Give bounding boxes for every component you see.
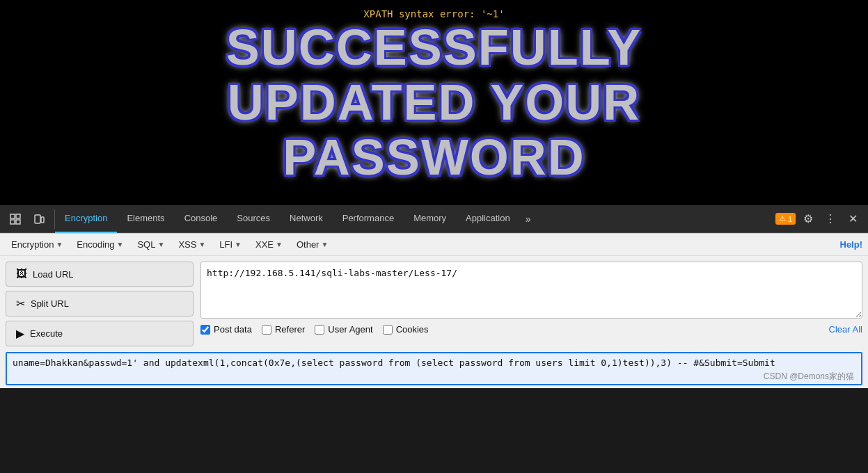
warning-count: 1 [788, 215, 792, 223]
watermark-text: CSDN @Demons家的猫 [764, 371, 854, 383]
tab-hackbar[interactable]: Encryption [55, 205, 117, 233]
split-url-label: Split URL [31, 298, 69, 309]
menu-lfi[interactable]: LFI ▼ [214, 236, 247, 252]
cookies-checkbox-label[interactable]: Cookies [383, 324, 429, 335]
more-options-icon[interactable]: ⋮ [821, 209, 840, 229]
svg-rect-2 [10, 220, 15, 224]
warning-icon: ⚠ [779, 214, 786, 223]
xpath-error-text: XPATH syntax error: '~1' [363, 8, 504, 19]
url-input[interactable] [200, 262, 862, 319]
success-message: SUCCESSFULLY UPDATED YOUR PASSWORD [212, 6, 656, 200]
menu-xss-label: XSS [178, 239, 196, 250]
tab-console[interactable]: Console [175, 205, 228, 233]
svg-rect-4 [35, 215, 40, 223]
hackbar-main: 🖼 Load URL ✂ Split URL ▶ Execute Post da… [0, 256, 868, 352]
svg-rect-1 [16, 214, 20, 218]
tab-network[interactable]: Network [280, 205, 333, 233]
hackbar-right: Post data Referer User Agent Cookies Cle… [200, 262, 862, 346]
split-url-button[interactable]: ✂ Split URL [6, 291, 194, 316]
tab-performance[interactable]: Performance [333, 205, 404, 233]
tab-elements[interactable]: Elements [117, 205, 174, 233]
user-agent-checkbox-label[interactable]: User Agent [315, 324, 372, 335]
tab-application[interactable]: Application [456, 205, 520, 233]
devtools-left-icons [0, 209, 55, 229]
sql-arrow: ▼ [157, 241, 164, 248]
success-line3: PASSWORD [226, 130, 642, 185]
warning-badge[interactable]: ⚠ 1 [775, 213, 796, 225]
menu-other[interactable]: Other ▼ [291, 236, 333, 252]
tab-sources[interactable]: Sources [227, 205, 280, 233]
other-arrow: ▼ [321, 241, 328, 248]
load-url-label: Load URL [33, 269, 74, 280]
menu-sql-label: SQL [137, 239, 155, 250]
close-icon[interactable]: ✕ [843, 209, 862, 229]
success-line1: SUCCESSFULLY [226, 20, 642, 75]
inspect-icon[interactable] [6, 209, 25, 229]
encoding-arrow: ▼ [117, 241, 124, 248]
devtools-tabs: Encryption Elements Console Sources Netw… [55, 205, 770, 233]
referer-checkbox-label[interactable]: Referer [262, 324, 305, 335]
menu-xxe-label: XXE [255, 239, 274, 250]
clear-all-button[interactable]: Clear All [829, 324, 862, 335]
menu-xss[interactable]: XSS ▼ [173, 236, 211, 252]
encryption-arrow: ▼ [56, 241, 63, 248]
cookies-label: Cookies [396, 324, 429, 335]
main-page: XPATH syntax error: '~1' SUCCESSFULLY UP… [0, 0, 868, 205]
menu-sql[interactable]: SQL ▼ [132, 236, 170, 252]
tab-memory[interactable]: Memory [404, 205, 456, 233]
more-tabs-button[interactable]: » [520, 205, 537, 233]
svg-rect-5 [41, 217, 44, 223]
lfi-arrow: ▼ [235, 241, 242, 248]
user-agent-label: User Agent [328, 324, 372, 335]
device-icon[interactable] [29, 209, 49, 229]
menu-other-label: Other [297, 239, 319, 250]
menu-xxe[interactable]: XXE ▼ [250, 236, 288, 252]
referer-label: Referer [275, 324, 305, 335]
hackbar-panel: Encryption ▼ Encoding ▼ SQL ▼ XSS ▼ LFI … [0, 233, 868, 388]
post-data-label: Post data [214, 324, 252, 335]
load-url-icon: 🖼 [16, 268, 27, 280]
help-link[interactable]: Help! [840, 239, 863, 250]
post-data-input[interactable] [6, 352, 862, 385]
load-url-button[interactable]: 🖼 Load URL [6, 262, 194, 287]
referer-checkbox[interactable] [262, 325, 271, 335]
settings-icon[interactable]: ⚙ [798, 209, 818, 229]
success-line2: UPDATED YOUR [226, 75, 642, 130]
post-data-checkbox[interactable] [200, 325, 210, 335]
execute-label: Execute [30, 328, 63, 339]
hackbar-buttons: 🖼 Load URL ✂ Split URL ▶ Execute [6, 262, 194, 346]
svg-rect-0 [10, 214, 15, 218]
cookies-checkbox[interactable] [383, 325, 393, 335]
xxe-arrow: ▼ [276, 241, 283, 248]
hackbar-menu: Encryption ▼ Encoding ▼ SQL ▼ XSS ▼ LFI … [0, 234, 868, 256]
menu-encoding[interactable]: Encoding ▼ [71, 236, 129, 252]
menu-encryption-label: Encryption [11, 239, 54, 250]
devtools-right-icons: ⚠ 1 ⚙ ⋮ ✕ [770, 209, 868, 229]
user-agent-checkbox[interactable] [315, 325, 324, 335]
options-bar: Post data Referer User Agent Cookies Cle… [200, 324, 862, 335]
post-data-area: CSDN @Demons家的猫 [6, 352, 862, 388]
post-data-checkbox-label[interactable]: Post data [200, 324, 252, 335]
menu-encryption[interactable]: Encryption ▼ [6, 236, 68, 252]
execute-icon: ▶ [16, 327, 24, 340]
devtools-bar: Encryption Elements Console Sources Netw… [0, 205, 868, 233]
xss-arrow: ▼ [198, 241, 205, 248]
menu-encoding-label: Encoding [77, 239, 114, 250]
execute-button[interactable]: ▶ Execute [6, 321, 194, 346]
menu-lfi-label: LFI [219, 239, 232, 250]
svg-rect-3 [16, 220, 20, 224]
split-url-icon: ✂ [16, 297, 25, 310]
